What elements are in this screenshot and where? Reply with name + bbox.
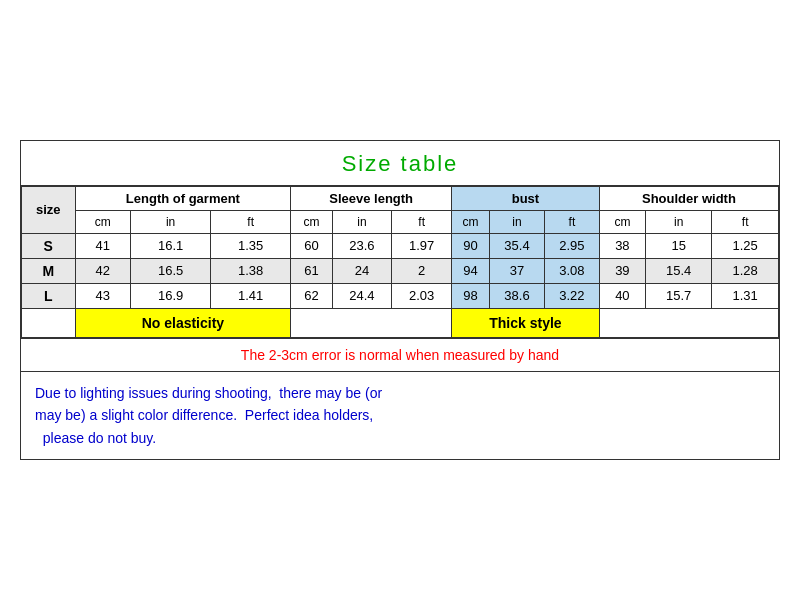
footer-empty-sleeve xyxy=(291,308,452,337)
thick-style-label: Thick style xyxy=(452,308,600,337)
l-length-cm: 43 xyxy=(75,283,130,308)
disclaimer: Due to lighting issues during shooting, … xyxy=(21,372,779,459)
s-sleeve-ft: 1.97 xyxy=(392,233,452,258)
error-note: The 2-3cm error is normal when measured … xyxy=(21,338,779,372)
s-bust-ft: 2.95 xyxy=(544,233,599,258)
length-ft: ft xyxy=(211,210,291,233)
l-shoulder-ft: 1.31 xyxy=(712,283,779,308)
l-sleeve-cm: 62 xyxy=(291,283,332,308)
l-length-in: 16.9 xyxy=(131,283,211,308)
bust-header: bust xyxy=(452,186,600,210)
sleeve-header: Sleeve length xyxy=(291,186,452,210)
bust-cm: cm xyxy=(452,210,490,233)
bust-ft: ft xyxy=(544,210,599,233)
l-sleeve-in: 24.4 xyxy=(332,283,392,308)
s-sleeve-in: 23.6 xyxy=(332,233,392,258)
length-cm: cm xyxy=(75,210,130,233)
footer-empty-size xyxy=(22,308,76,337)
m-shoulder-cm: 39 xyxy=(599,258,645,283)
s-length-cm: 41 xyxy=(75,233,130,258)
shoulder-header: Shoulder width xyxy=(599,186,778,210)
m-sleeve-cm: 61 xyxy=(291,258,332,283)
s-shoulder-in: 15 xyxy=(645,233,711,258)
m-length-cm: 42 xyxy=(75,258,130,283)
s-bust-cm: 90 xyxy=(452,233,490,258)
table-title: Size table xyxy=(21,141,779,186)
m-sleeve-ft: 2 xyxy=(392,258,452,283)
m-length-in: 16.5 xyxy=(131,258,211,283)
length-in: in xyxy=(131,210,211,233)
size-m: M xyxy=(22,258,76,283)
size-table-container: Size table size Length of garment Sleeve… xyxy=(20,140,780,460)
size-header: size xyxy=(22,186,76,233)
m-shoulder-in: 15.4 xyxy=(645,258,711,283)
s-shoulder-cm: 38 xyxy=(599,233,645,258)
s-bust-in: 35.4 xyxy=(490,233,545,258)
shoulder-ft: ft xyxy=(712,210,779,233)
footer-empty-shoulder xyxy=(599,308,778,337)
m-sleeve-in: 24 xyxy=(332,258,392,283)
shoulder-cm: cm xyxy=(599,210,645,233)
s-length-in: 16.1 xyxy=(131,233,211,258)
footer-row: No elasticity Thick style xyxy=(22,308,779,337)
s-length-ft: 1.35 xyxy=(211,233,291,258)
l-sleeve-ft: 2.03 xyxy=(392,283,452,308)
size-l: L xyxy=(22,283,76,308)
m-bust-ft: 3.08 xyxy=(544,258,599,283)
l-length-ft: 1.41 xyxy=(211,283,291,308)
s-shoulder-ft: 1.25 xyxy=(712,233,779,258)
size-table: size Length of garment Sleeve length bus… xyxy=(21,186,779,338)
sleeve-cm: cm xyxy=(291,210,332,233)
l-bust-in: 38.6 xyxy=(490,283,545,308)
sleeve-ft: ft xyxy=(392,210,452,233)
l-shoulder-in: 15.7 xyxy=(645,283,711,308)
m-shoulder-ft: 1.28 xyxy=(712,258,779,283)
sleeve-in: in xyxy=(332,210,392,233)
table-row: M 42 16.5 1.38 61 24 2 94 37 3.08 39 15.… xyxy=(22,258,779,283)
m-bust-cm: 94 xyxy=(452,258,490,283)
table-row: S 41 16.1 1.35 60 23.6 1.97 90 35.4 2.95… xyxy=(22,233,779,258)
length-header: Length of garment xyxy=(75,186,291,210)
m-bust-in: 37 xyxy=(490,258,545,283)
l-bust-ft: 3.22 xyxy=(544,283,599,308)
shoulder-in: in xyxy=(645,210,711,233)
no-elasticity-label: No elasticity xyxy=(75,308,291,337)
size-s: S xyxy=(22,233,76,258)
l-bust-cm: 98 xyxy=(452,283,490,308)
bust-in: in xyxy=(490,210,545,233)
m-length-ft: 1.38 xyxy=(211,258,291,283)
s-sleeve-cm: 60 xyxy=(291,233,332,258)
table-row: L 43 16.9 1.41 62 24.4 2.03 98 38.6 3.22… xyxy=(22,283,779,308)
l-shoulder-cm: 40 xyxy=(599,283,645,308)
